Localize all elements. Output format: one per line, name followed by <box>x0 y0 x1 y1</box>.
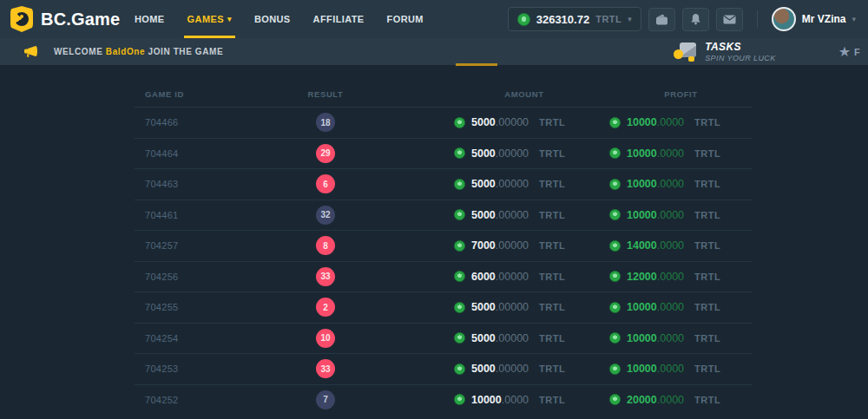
nav-games[interactable]: GAMES ▾ <box>176 0 243 38</box>
nav-home[interactable]: HOME <box>123 0 176 38</box>
result-badge: 7 <box>316 390 335 409</box>
table-header: GAME ID RESULT AMOUNT PROFIT <box>135 82 753 107</box>
result-badge: 10 <box>316 329 335 348</box>
profit-value: 10000 <box>627 209 657 221</box>
amount-currency: TRTL <box>539 240 565 251</box>
trtl-coin-icon <box>454 271 465 282</box>
nav-forum[interactable]: FORUM <box>376 0 435 38</box>
amount-value: 5000 <box>471 301 496 313</box>
tasks-dice-icon <box>674 43 696 62</box>
amount-currency: TRTL <box>539 363 565 374</box>
result-badge: 33 <box>316 359 335 378</box>
profit-value: 10000 <box>627 178 657 190</box>
brand-name: BC.Game <box>41 10 120 29</box>
profit-value: 10000 <box>627 301 657 313</box>
game-id: 704254 <box>135 333 256 344</box>
table-row[interactable]: 704464 29 5000.00000TRTL 10000.0000TRTL <box>135 138 753 169</box>
table-row[interactable]: 704256 33 6000.00000TRTL 12000.0000TRTL <box>135 261 753 292</box>
amount-value: 10000 <box>471 394 502 406</box>
profit-currency: TRTL <box>694 302 720 312</box>
profit-currency: TRTL <box>694 333 720 344</box>
profit-currency: TRTL <box>694 179 720 189</box>
profit-currency: TRTL <box>694 117 720 128</box>
amount-currency: TRTL <box>539 302 565 312</box>
favorites-button[interactable]: ★ F <box>838 45 865 59</box>
favorites-label: F <box>854 47 865 57</box>
result-badge: 29 <box>316 144 335 163</box>
game-id: 704253 <box>135 363 256 374</box>
announcement-bar: WELCOME BaldOne JOIN THE GAME TASKS SPIN… <box>0 38 868 65</box>
trtl-coin-icon <box>517 13 530 26</box>
game-id: 704256 <box>135 272 256 282</box>
trtl-coin-icon <box>454 179 465 190</box>
chevron-down-icon: ▾ <box>227 15 232 23</box>
column-game-id: GAME ID <box>135 89 256 99</box>
trtl-coin-icon <box>609 209 621 220</box>
trtl-coin-icon <box>454 147 465 159</box>
balance-amount: 326310.72 <box>536 13 589 26</box>
user-menu[interactable]: Mr VZina ▾ <box>772 7 856 31</box>
trtl-coin-icon <box>609 147 621 159</box>
result-badge: 32 <box>316 206 335 225</box>
messages-button[interactable] <box>716 8 743 31</box>
amount-currency: TRTL <box>539 117 565 128</box>
announcement-message: WELCOME BaldOne JOIN THE GAME <box>54 47 223 56</box>
amount-value: 5000 <box>471 332 496 344</box>
brand-logo[interactable]: BC.Game <box>0 6 123 32</box>
chevron-down-icon: ▾ <box>852 15 856 23</box>
nav-affiliate[interactable]: AFFILIATE <box>302 0 376 38</box>
table-row[interactable]: 704257 8 7000.00000TRTL 14000.0000TRTL <box>135 230 753 261</box>
notifications-button[interactable] <box>682 8 709 31</box>
user-name: Mr VZina <box>802 13 846 25</box>
balance-currency: TRTL <box>595 14 621 24</box>
bets-table: GAME ID RESULT AMOUNT PROFIT 704466 18 5… <box>135 82 753 415</box>
tasks-widget[interactable]: TASKS SPIN YOUR LUCK <box>674 41 775 62</box>
amount-value: 7000 <box>471 239 496 252</box>
table-row[interactable]: 704253 33 5000.00000TRTL 10000.0000TRTL <box>135 353 753 384</box>
game-id: 704252 <box>135 395 256 405</box>
tasks-title: TASKS <box>705 41 775 53</box>
table-row[interactable]: 704255 2 5000.00000TRTL 10000.0000TRTL <box>135 291 753 323</box>
trtl-coin-icon <box>609 240 621 252</box>
profit-value: 10000 <box>627 147 657 160</box>
nav-bonus[interactable]: BONUS <box>243 0 302 38</box>
amount-value: 5000 <box>471 178 496 190</box>
game-id: 704463 <box>135 179 256 189</box>
bell-icon <box>690 13 701 25</box>
profit-currency: TRTL <box>694 210 720 220</box>
column-amount: AMOUNT <box>395 89 595 99</box>
table-row[interactable]: 704252 7 10000.0000TRTL 20000.0000TRTL <box>135 384 753 416</box>
table-row[interactable]: 704461 32 5000.00000TRTL 10000.0000TRTL <box>135 200 753 231</box>
trtl-coin-icon <box>454 302 465 313</box>
profit-value: 14000 <box>627 239 657 252</box>
result-badge: 2 <box>316 298 335 317</box>
table-row[interactable]: 704254 10 5000.00000TRTL 10000.0000TRTL <box>135 323 753 354</box>
table-row[interactable]: 704463 6 5000.00000TRTL 10000.0000TRTL <box>135 168 753 200</box>
profit-currency: TRTL <box>694 363 720 374</box>
amount-value: 5000 <box>471 147 496 160</box>
profit-value: 10000 <box>627 332 657 344</box>
amount-value: 5000 <box>471 116 496 128</box>
trtl-coin-icon <box>454 117 465 128</box>
star-icon: ★ <box>838 45 851 59</box>
amount-currency: TRTL <box>539 148 565 159</box>
amount-currency: TRTL <box>539 395 565 405</box>
top-header: BC.Game HOME GAMES ▾ BONUS AFFILIATE FOR… <box>0 0 868 38</box>
trtl-coin-icon <box>609 302 621 313</box>
amount-currency: TRTL <box>539 179 565 189</box>
column-result: RESULT <box>256 89 395 99</box>
wallet-icon <box>655 14 668 25</box>
wallet-button[interactable] <box>648 8 675 31</box>
header-divider <box>757 10 758 28</box>
profit-currency: TRTL <box>694 272 720 282</box>
trtl-coin-icon <box>609 363 621 375</box>
balance-selector[interactable]: 326310.72 TRTL ▾ <box>508 7 641 31</box>
amount-value: 5000 <box>471 209 496 221</box>
megaphone-icon <box>23 45 39 59</box>
profit-value: 10000 <box>627 363 657 375</box>
amount-currency: TRTL <box>539 210 565 220</box>
trtl-coin-icon <box>454 394 465 405</box>
trtl-coin-icon <box>609 179 621 190</box>
trtl-coin-icon <box>454 209 465 220</box>
table-row[interactable]: 704466 18 5000.00000TRTL 10000.0000TRTL <box>135 107 753 138</box>
